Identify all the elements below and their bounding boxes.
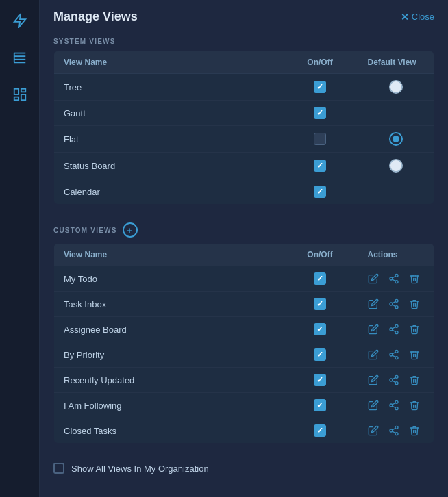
custom-col-actions: Actions [358,244,434,266]
svg-line-43 [392,431,395,433]
edit-icon[interactable] [368,298,379,309]
system-views-table: View Name On/Off Default View TreeGanttF… [53,51,434,205]
svg-rect-9 [14,97,18,101]
system-view-onoff-cell [282,179,358,205]
system-views-label: SYSTEM VIEWS [53,38,434,45]
svg-line-18 [392,305,395,307]
svg-marker-0 [14,14,25,27]
system-col-onoff: On/Off [282,51,358,74]
system-view-default-cell [358,179,434,205]
share-icon[interactable] [388,349,399,360]
custom-view-onoff-cell [282,342,358,368]
custom-col-name: View Name [54,244,282,266]
app-container: Manage Views ✕ Close SYSTEM VIEWS View N… [0,0,448,497]
svg-line-14 [392,276,395,278]
delete-icon[interactable] [409,425,420,436]
custom-view-actions-cell [358,292,434,317]
system-views-section: SYSTEM VIEWS View Name On/Off Default Vi… [40,31,448,216]
share-icon[interactable] [388,425,399,436]
custom-view-checkbox[interactable] [314,272,326,285]
share-icon[interactable] [388,374,399,385]
custom-view-onoff-cell [282,292,358,317]
custom-view-name: My Todo [54,266,282,292]
custom-view-onoff-cell [282,317,358,342]
edit-icon[interactable] [368,425,379,436]
custom-view-actions-cell [358,317,434,342]
system-view-checkbox[interactable] [314,186,326,198]
system-view-name: Tree [54,74,282,101]
table-row: By Priority [54,342,434,368]
svg-line-39 [392,403,395,405]
edit-icon[interactable] [368,324,379,335]
table-row: Closed Tasks [54,418,434,444]
board-icon[interactable] [9,84,31,105]
custom-view-name: I Am Following [54,393,282,418]
table-row: Flat [54,126,434,153]
svg-line-24 [392,327,395,329]
delete-icon[interactable] [409,324,420,335]
delete-icon[interactable] [409,298,420,309]
table-row: Assignee Board [54,317,434,342]
custom-view-checkbox[interactable] [314,323,326,335]
close-icon: ✕ [401,12,409,23]
delete-icon[interactable] [409,349,420,360]
system-view-checkbox[interactable] [314,133,326,145]
custom-view-actions-cell [358,418,434,444]
edit-icon[interactable] [368,273,379,284]
system-view-default-cell [358,74,434,101]
system-view-name: Calendar [54,179,282,205]
share-icon[interactable] [388,273,399,284]
svg-line-38 [392,406,395,408]
show-all-views-checkbox[interactable] [53,463,64,474]
custom-col-onoff: On/Off [282,244,358,266]
delete-icon[interactable] [409,273,420,284]
custom-view-checkbox[interactable] [314,374,326,386]
sidebar [0,0,40,497]
custom-view-checkbox[interactable] [314,298,326,310]
system-view-name: Flat [54,126,282,153]
custom-view-checkbox[interactable] [314,424,326,437]
system-view-radio[interactable] [389,132,403,146]
system-view-radio[interactable] [389,80,403,94]
svg-line-44 [392,428,395,430]
svg-line-29 [392,352,395,354]
table-row: Task Inbox [54,292,434,317]
custom-view-name: Task Inbox [54,292,282,317]
table-row: Status Board [54,153,434,179]
custom-view-name: Assignee Board [54,317,282,342]
system-view-default-cell [358,153,434,179]
lightning-icon[interactable] [9,10,31,31]
system-view-checkbox[interactable] [314,160,326,172]
svg-line-28 [392,355,395,357]
custom-view-actions-cell [358,342,434,368]
delete-icon[interactable] [409,400,420,411]
custom-views-table: View Name On/Off Actions My TodoTask Inb… [53,243,434,444]
svg-line-33 [392,381,395,383]
edit-icon[interactable] [368,400,379,411]
system-view-onoff-cell [282,74,358,101]
show-all-views-label: Show All Views In My Organization [71,463,209,474]
svg-line-13 [392,279,395,281]
list-icon[interactable] [9,47,31,68]
edit-icon[interactable] [368,374,379,385]
system-view-checkbox[interactable] [314,107,326,119]
custom-view-checkbox[interactable] [314,399,326,411]
custom-view-checkbox[interactable] [314,348,326,361]
custom-view-actions-cell [358,393,434,418]
edit-icon[interactable] [368,349,379,360]
system-col-default: Default View [358,51,434,74]
share-icon[interactable] [388,298,399,309]
share-icon[interactable] [388,324,399,335]
svg-line-34 [392,377,395,379]
delete-icon[interactable] [409,374,420,385]
custom-view-name: Recently Updated [54,368,282,393]
share-icon[interactable] [388,400,399,411]
svg-rect-8 [21,94,25,100]
add-custom-view-button[interactable]: + [123,222,138,238]
close-label: Close [412,12,434,22]
system-view-radio[interactable] [389,159,403,173]
close-button[interactable]: ✕ Close [401,12,434,23]
system-view-checkbox[interactable] [314,81,326,93]
system-view-onoff-cell [282,101,358,126]
system-view-default-cell [358,126,434,153]
